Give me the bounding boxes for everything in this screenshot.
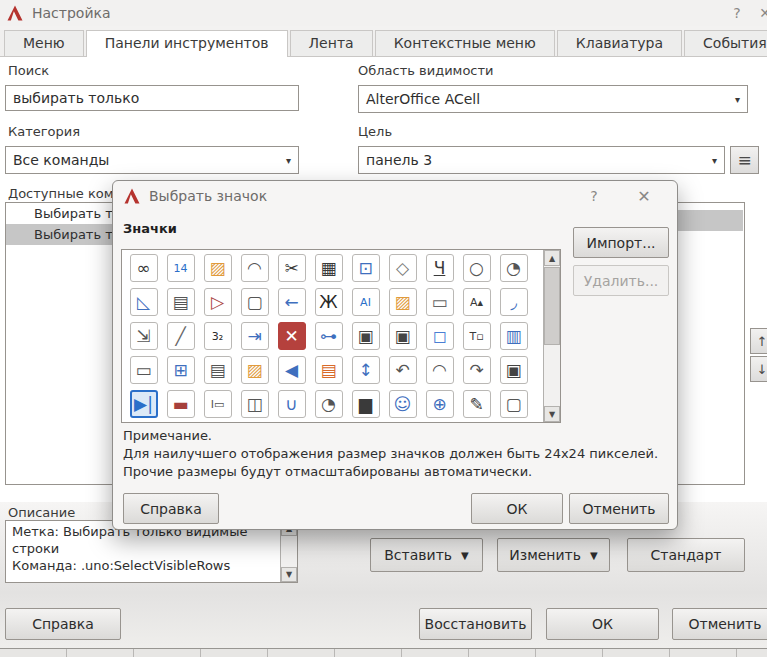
help-button[interactable]: Справка: [5, 608, 121, 640]
field-small-icon[interactable]: I▭: [204, 390, 232, 418]
font-increase-icon[interactable]: A▴: [463, 288, 491, 316]
line-spacing-icon[interactable]: ↕: [352, 356, 380, 384]
rectangle-icon[interactable]: ▭: [130, 356, 158, 384]
cancel-button[interactable]: Отменить: [672, 608, 767, 640]
scrollbar-thumb[interactable]: [544, 267, 560, 345]
underline-letter-icon[interactable]: Ч: [426, 254, 454, 282]
help-button-label: Справка: [32, 616, 94, 632]
scanner-icon[interactable]: ▆: [352, 390, 380, 418]
category-select[interactable]: Все команды ▾: [5, 146, 299, 174]
dialog-ok-button[interactable]: ОК: [471, 493, 563, 524]
tab-ribbon[interactable]: Лента: [290, 30, 373, 56]
move-down-button[interactable]: ↓: [750, 356, 767, 382]
window-help-icon[interactable]: ?: [726, 3, 748, 23]
redo-icon[interactable]: ↷: [463, 356, 491, 384]
connector-icon[interactable]: ⊶: [315, 322, 343, 350]
target-label: Цель: [358, 124, 392, 139]
target-select[interactable]: панель 3 ▾: [358, 146, 725, 174]
scroll-up-icon[interactable]: ▲: [544, 250, 560, 266]
note-line: Прочие размеры будут отмасштабированы ав…: [123, 463, 532, 481]
page-export-icon[interactable]: ⇥: [241, 322, 269, 350]
chevron-down-icon: ▾: [712, 155, 717, 166]
select-object-icon[interactable]: ◻: [426, 322, 454, 350]
page-edit-icon[interactable]: ▤: [204, 356, 232, 384]
dialog-help-icon[interactable]: ?: [583, 186, 605, 206]
dialog-close-icon[interactable]: ✕: [633, 186, 655, 206]
crop-icon[interactable]: ⊡: [352, 254, 380, 282]
open-folder-icon[interactable]: ▨: [241, 356, 269, 384]
undo-icon[interactable]: ↶: [389, 356, 417, 384]
pie-icon[interactable]: ◔: [500, 254, 528, 282]
delete-red-icon[interactable]: ✕: [278, 322, 306, 350]
tab-toolbars[interactable]: Панели инструментов: [86, 30, 288, 57]
quarter-circle-icon[interactable]: ◔: [315, 390, 343, 418]
move-up-button[interactable]: ↑: [750, 328, 767, 354]
page-magnet-icon[interactable]: ∪: [278, 390, 306, 418]
play-to-end-icon[interactable]: ▶|: [130, 390, 158, 418]
window-close-icon[interactable]: ✕: [754, 3, 767, 23]
doc-lines-icon[interactable]: ▤: [315, 356, 343, 384]
eyeglasses-icon[interactable]: ∞: [130, 254, 158, 282]
curve-icon[interactable]: ◞: [500, 288, 528, 316]
save-variant-icon[interactable]: ▣: [500, 356, 528, 384]
octagon-icon[interactable]: ▢: [241, 288, 269, 316]
tag-icon[interactable]: ◇: [389, 254, 417, 282]
scope-select[interactable]: AlterOffice ACell ▾: [358, 85, 748, 113]
arc-icon[interactable]: ◠: [241, 254, 269, 282]
tab-events[interactable]: События: [684, 30, 767, 56]
target-menu-button[interactable]: ≡: [730, 146, 759, 174]
fullscreen-icon[interactable]: ⇲: [130, 322, 158, 350]
insert-cells-icon[interactable]: ⊞: [167, 356, 195, 384]
media-window-icon[interactable]: ▬: [167, 390, 195, 418]
dialog-cancel-button[interactable]: Отменить: [569, 493, 669, 524]
smiley-icon[interactable]: ☺: [389, 390, 417, 418]
search-input[interactable]: выбирать только: [5, 85, 299, 111]
open-circle-icon[interactable]: ◠: [426, 356, 454, 384]
note-line: Примечание.: [123, 427, 212, 445]
default-button[interactable]: Стандарт: [627, 538, 745, 572]
import-button[interactable]: Импорт...: [573, 227, 669, 258]
tab-context-menus[interactable]: Контекстные меню: [375, 30, 555, 56]
eyedropper-icon[interactable]: ✎: [463, 390, 491, 418]
frame-anchors-icon[interactable]: ⊕: [426, 390, 454, 418]
folder-file-icon[interactable]: ▨: [389, 288, 417, 316]
window-title: Настройка: [32, 5, 111, 21]
description-scrollbar[interactable]: ▲ ▼: [280, 521, 297, 582]
save-icon[interactable]: ▣: [352, 322, 380, 350]
dialog-ok-button-label: ОК: [507, 501, 528, 517]
restore-button[interactable]: Восстановить: [419, 608, 532, 640]
line-icon[interactable]: ╱: [167, 322, 195, 350]
ok-button[interactable]: ОК: [546, 608, 659, 640]
back-triangle-icon[interactable]: ◀: [278, 356, 306, 384]
scroll-down-icon[interactable]: ▼: [281, 567, 297, 582]
modify-button[interactable]: Изменить ▼: [497, 538, 610, 572]
delete-button[interactable]: Удалить...: [573, 265, 669, 296]
folder-image-icon[interactable]: ▨: [204, 254, 232, 282]
copy-pages-icon[interactable]: ▤: [167, 288, 195, 316]
arrow-left-icon[interactable]: ←: [278, 288, 306, 316]
dialog-ok-icon[interactable]: ▭: [426, 288, 454, 316]
text-field-icon[interactable]: AI: [352, 288, 380, 316]
insert-button[interactable]: Вставить ▼: [370, 538, 483, 572]
scroll-down-icon[interactable]: ▼: [544, 406, 560, 422]
tab-menu[interactable]: Меню: [4, 30, 84, 56]
save-as-icon[interactable]: ▣: [389, 322, 417, 350]
table-grid-icon[interactable]: ▦: [315, 254, 343, 282]
calendar-icon[interactable]: 14: [167, 254, 195, 282]
bold-letter-icon[interactable]: Ж: [315, 288, 343, 316]
icon-grid-scrollbar[interactable]: ▲ ▼: [543, 250, 560, 422]
restore-button-label: Восстановить: [425, 616, 527, 632]
polygon-points-icon[interactable]: ▷: [204, 288, 232, 316]
chevron-down-icon: ▼: [461, 550, 469, 561]
text-anchor-icon[interactable]: T▫: [463, 322, 491, 350]
dialog-help-button[interactable]: Справка: [123, 493, 219, 524]
scissors-icon[interactable]: ✂: [278, 254, 306, 282]
draw-scale-icon[interactable]: ◺: [130, 288, 158, 316]
dialog-title: Выбрать значок: [149, 188, 267, 204]
rounded-square-icon[interactable]: ▢: [500, 390, 528, 418]
panel-window-icon[interactable]: ◫: [241, 390, 269, 418]
sheet-rows-icon[interactable]: ▥: [500, 322, 528, 350]
circle-icon[interactable]: ○: [463, 254, 491, 282]
tab-keyboard[interactable]: Клавиатура: [557, 30, 682, 56]
subscript-icon[interactable]: 3₂: [204, 322, 232, 350]
